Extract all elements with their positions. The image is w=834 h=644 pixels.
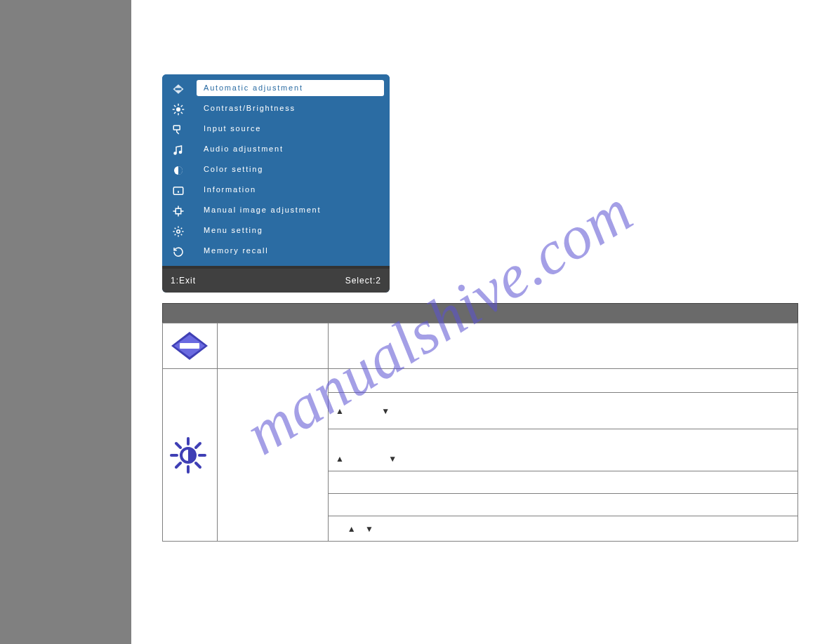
svg-point-13: [180, 151, 182, 153]
svg-line-32: [196, 463, 200, 467]
osd-item-list: Automatic adjustment Contrast/Brightness…: [194, 74, 390, 266]
osd-item-contrast-brightness[interactable]: Contrast/Brightness: [197, 98, 386, 119]
svg-rect-1: [176, 88, 182, 90]
auto-icon: [162, 79, 194, 99]
manual-page: Automatic adjustment Contrast/Brightness…: [0, 0, 834, 644]
up-arrow-icon: ▲: [336, 406, 344, 416]
manual-icon: [162, 201, 194, 221]
reference-table: ▲ ▼ ▲ ▼: [162, 323, 798, 542]
info-icon: [162, 180, 194, 201]
osd-item-memory-recall[interactable]: Memory recall: [197, 241, 386, 261]
reference-table-header-bar: [162, 303, 798, 323]
osd-item-color-setting[interactable]: Color setting: [197, 159, 386, 180]
down-arrow-icon: ▼: [381, 406, 390, 416]
osd-item-automatic-adjustment[interactable]: Automatic adjustment: [197, 80, 384, 96]
osd-item-information[interactable]: Information: [197, 180, 386, 200]
audio-icon: [162, 140, 194, 160]
svg-line-34: [196, 443, 200, 448]
menu-gear-icon: [162, 221, 194, 241]
input-icon: [162, 119, 194, 140]
osd-exit-hint: 1:Exit: [171, 276, 196, 286]
page-content: Automatic adjustment Contrast/Brightness…: [131, 0, 834, 644]
osd-footer: 1:Exit Select:2: [162, 266, 390, 293]
osd-body: Automatic adjustment Contrast/Brightness…: [162, 74, 390, 266]
svg-rect-18: [176, 208, 181, 214]
up-arrow-icon: ▲: [348, 524, 356, 534]
auto-icon: [170, 330, 209, 361]
row-desc-cell: ▲ ▼: [329, 429, 798, 471]
osd-item-input-source[interactable]: Input source: [197, 119, 386, 139]
recall-icon: [162, 241, 194, 262]
row-desc-cell: ▲ ▼: [329, 393, 798, 429]
row-desc-cell: [329, 494, 798, 516]
row-desc-cell: [329, 369, 798, 393]
svg-line-9: [174, 112, 176, 113]
brightness-icon: [162, 99, 194, 119]
svg-line-8: [181, 112, 183, 113]
svg-point-2: [176, 107, 180, 112]
osd-item-audio-adjustment[interactable]: Audio adjustment: [197, 139, 386, 159]
row-icon-cell: [163, 369, 218, 542]
osd-item-menu-setting[interactable]: Menu setting: [197, 220, 386, 241]
svg-point-12: [174, 152, 176, 154]
brightness-icon: [170, 437, 206, 474]
osd-item-manual-image-adjustment[interactable]: Manual image adjustment: [197, 200, 386, 220]
table-row: [163, 369, 798, 393]
osd-select-hint: Select:2: [345, 276, 381, 286]
row-desc-cell: [329, 471, 798, 494]
svg-rect-11: [173, 126, 180, 130]
osd-reference-table: ▲ ▼ ▲ ▼: [162, 303, 798, 542]
color-icon: [162, 160, 194, 180]
osd-icon-column: [162, 74, 194, 266]
row-desc-cell: [329, 323, 798, 369]
row-desc-cell: ▲ ▼: [329, 516, 798, 542]
row-name-cell: [218, 323, 329, 369]
down-arrow-icon: ▼: [388, 454, 397, 464]
svg-rect-26: [180, 343, 199, 349]
row-icon-cell: [163, 323, 218, 369]
row-name-cell: [218, 369, 329, 542]
down-arrow-icon: ▼: [365, 524, 373, 534]
up-arrow-icon: ▲: [336, 454, 344, 464]
osd-menu-panel: Automatic adjustment Contrast/Brightness…: [162, 74, 390, 293]
svg-line-10: [181, 105, 183, 107]
left-sidebar-strip: [0, 0, 131, 644]
svg-line-7: [174, 105, 176, 107]
svg-line-33: [176, 463, 180, 467]
table-row: [163, 323, 798, 369]
svg-point-23: [177, 229, 180, 233]
svg-line-31: [176, 443, 180, 448]
